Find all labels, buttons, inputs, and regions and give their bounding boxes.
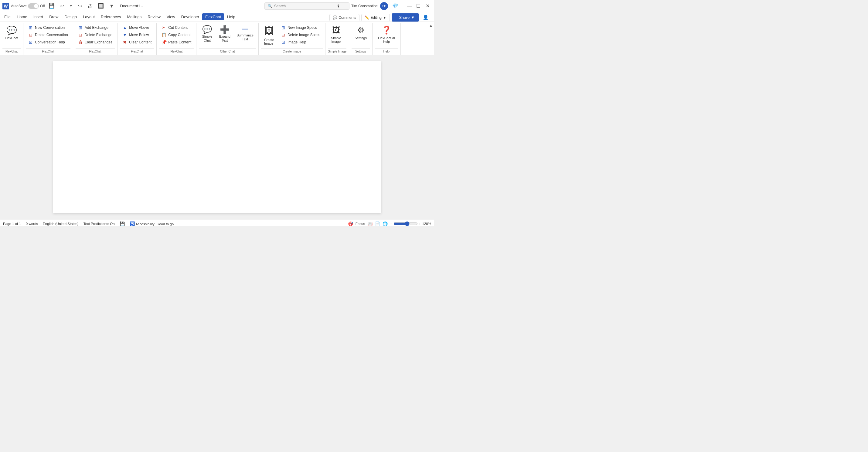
search-bar[interactable]: 🔍 🎙 (265, 2, 349, 10)
add-exchange-button[interactable]: ⊞ Add Exchange (75, 24, 115, 31)
people-icon-button[interactable]: 👤 (421, 13, 431, 22)
flexchat-main-label: FlexChat (5, 36, 18, 40)
zoom-in-icon[interactable]: + (419, 222, 421, 226)
autosave-toggle[interactable] (28, 3, 39, 9)
share-button[interactable]: ↑ Share ▼ (392, 13, 419, 22)
clear-exchanges-button[interactable]: 🗑 Clear Exchanges (75, 39, 115, 45)
conversation-section-label: FlexChat (26, 48, 70, 54)
menu-bar: File Home Insert Draw Design Layout Refe… (0, 12, 434, 22)
window-controls: — ☐ ✕ (405, 2, 432, 10)
avatar: TC (380, 2, 388, 10)
paste-content-label: Paste Content (168, 40, 191, 44)
move-below-button[interactable]: ▼ Move Below (120, 32, 154, 38)
title-bar-right: Tim Constantine TC 💎 — ☐ ✕ (351, 2, 432, 10)
accessibility-label: Accessibility: Good to go (135, 222, 174, 226)
clear-content-icon: ✖ (122, 40, 127, 44)
menu-design[interactable]: Design (62, 13, 80, 20)
flexchat-main-icon: 💬 (6, 26, 17, 35)
menu-draw[interactable]: Draw (46, 13, 61, 20)
clear-exchanges-icon: 🗑 (78, 40, 83, 44)
simple-chat-button[interactable]: 💬 SimpleChat (199, 24, 215, 44)
paste-content-button[interactable]: 📌 Paste Content (159, 39, 194, 45)
move-above-label: Move Above (129, 26, 149, 30)
image-help-button[interactable]: ⊡ Image Help (278, 39, 323, 45)
undo-button[interactable]: ↩ (58, 2, 66, 10)
delete-exchange-label: Delete Exchange (85, 33, 112, 37)
flexchat-big-button[interactable]: 💬 FlexChat (2, 24, 21, 41)
comments-button[interactable]: 💬 Comments (330, 14, 360, 21)
delete-image-specs-button[interactable]: ⊟ Delete Image Specs (278, 32, 323, 38)
menu-help[interactable]: Help (224, 13, 238, 20)
menu-home[interactable]: Home (14, 13, 30, 20)
zoom-slider[interactable] (394, 221, 418, 226)
settings-section-label: Settings (351, 48, 370, 54)
new-image-specs-button[interactable]: ⊞ New Image Specs (278, 24, 323, 31)
other-chat-section: 💬 SimpleChat ➕ ExpandText — SummarizeTex… (196, 23, 259, 55)
menu-references[interactable]: References (98, 13, 124, 20)
redo-button[interactable]: ↪ (76, 2, 84, 10)
read-mode-icon[interactable]: 📖 (367, 221, 373, 226)
undo-dropdown-button[interactable]: ▼ (68, 3, 74, 9)
cut-content-button[interactable]: ✂ Cut Content (159, 24, 194, 31)
expand-text-icon: ➕ (220, 26, 229, 33)
expand-text-button[interactable]: ➕ ExpandText (216, 24, 233, 44)
web-layout-icon[interactable]: 🌐 (382, 221, 388, 226)
zoom-control: − + 120% (390, 221, 431, 226)
focus-icon[interactable]: 🎯 (348, 221, 353, 226)
delete-conversation-button[interactable]: ⊟ Delete Conversation (26, 32, 70, 38)
image-specs-btn-group: ⊞ New Image Specs ⊟ Delete Image Specs ⊡… (278, 24, 323, 45)
menu-mailings[interactable]: Mailings (124, 13, 145, 20)
flexchat-big-section: 💬 FlexChat FlexChat (0, 23, 23, 55)
move-above-icon: ▲ (122, 25, 127, 30)
maximize-button[interactable]: ☐ (414, 2, 423, 10)
status-bar-right: 🎯 Focus 📖 📄 🌐 − + 120% (348, 221, 431, 226)
menu-insert[interactable]: Insert (30, 13, 46, 20)
ribbon-button[interactable]: 💎 (391, 2, 400, 10)
zoom-out-icon[interactable]: − (390, 222, 392, 226)
close-button[interactable]: ✕ (423, 2, 432, 10)
conversation-help-button[interactable]: ⊡ Conversation Help (26, 39, 70, 45)
search-input[interactable] (274, 4, 335, 8)
print2-button[interactable]: 🔲 (96, 2, 106, 10)
new-conversation-button[interactable]: ⊞ New Conversation (26, 24, 70, 31)
clear-content-button[interactable]: ✖ Clear Content (120, 39, 154, 45)
save-status-icon[interactable]: 💾 (120, 221, 125, 226)
cut-content-icon: ✂ (161, 25, 166, 30)
delete-image-specs-label: Delete Image Specs (287, 33, 320, 37)
share-dropdown-icon: ▼ (411, 15, 415, 20)
autosave-state: Off (40, 4, 45, 8)
microphone-icon[interactable]: 🎙 (337, 4, 340, 8)
menu-review[interactable]: Review (145, 13, 164, 20)
delete-exchange-icon: ⊟ (78, 32, 83, 37)
move-below-icon: ▼ (122, 32, 127, 37)
document-page[interactable] (53, 61, 381, 213)
ribbon-collapse-button[interactable]: ▲ (429, 23, 433, 28)
cut-content-label: Cut Content (168, 26, 188, 30)
content-btn-group: ✂ Cut Content 📋 Copy Content 📌 Paste Con… (159, 24, 194, 45)
delete-exchange-button[interactable]: ⊟ Delete Exchange (75, 32, 115, 38)
menu-developer[interactable]: Developer (178, 13, 202, 20)
new-conversation-icon: ⊞ (28, 25, 33, 30)
editing-button[interactable]: ✏️ Editing ▼ (361, 14, 390, 21)
menu-layout[interactable]: Layout (80, 13, 98, 20)
minimize-button[interactable]: — (405, 2, 413, 10)
move-above-button[interactable]: ▲ Move Above (120, 24, 154, 31)
title-bar: W AutoSave Off 💾 ↩ ▼ ↪ 🖨 🔲 ▼ Document1 -… (0, 0, 434, 12)
conversation-help-icon: ⊡ (28, 40, 33, 44)
menu-view[interactable]: View (164, 13, 178, 20)
print-button[interactable]: 🖨 (86, 2, 94, 10)
summarize-text-button[interactable]: — SummarizeText (234, 24, 256, 42)
copy-content-button[interactable]: 📋 Copy Content (159, 32, 194, 38)
menu-file[interactable]: File (1, 13, 14, 20)
menu-flexchat[interactable]: FlexChat (202, 13, 224, 20)
settings-button[interactable]: ⚙ Settings (351, 24, 370, 41)
create-image-button[interactable]: 🖼 CreateImage (261, 24, 277, 46)
focus-label: Focus (355, 222, 365, 226)
settings-label: Settings (354, 36, 367, 40)
customize-qat-button[interactable]: ▼ (107, 2, 116, 10)
print-layout-icon[interactable]: 📄 (375, 221, 380, 226)
flexchat-help-button[interactable]: ❓ FlexChat.aiHelp (375, 24, 398, 44)
flexchat-section-label: FlexChat (2, 48, 21, 54)
save-button[interactable]: 💾 (47, 2, 57, 10)
simple-image-button[interactable]: 🖼 SimpleImage (328, 24, 344, 44)
